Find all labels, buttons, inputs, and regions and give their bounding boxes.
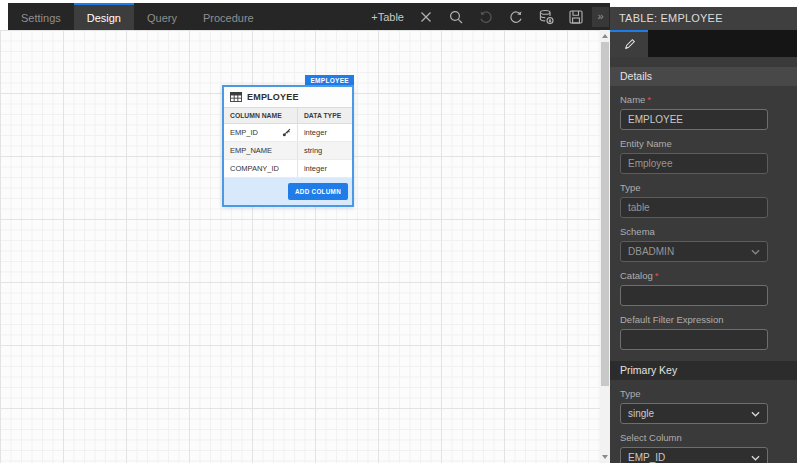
data-type-header: DATA TYPE <box>297 108 352 123</box>
database-export-icon[interactable] <box>538 9 554 25</box>
tab-procedure[interactable]: Procedure <box>190 3 267 30</box>
name-input[interactable] <box>620 109 768 130</box>
field-pk-type: Type single <box>620 388 797 424</box>
tab-settings[interactable]: Settings <box>8 3 74 30</box>
schema-select[interactable]: DBADMIN <box>620 241 768 262</box>
column-name: COMPANY_ID <box>230 164 279 173</box>
table-row[interactable]: EMP_NAME string <box>224 142 352 160</box>
entity-name-input[interactable] <box>620 153 768 174</box>
entity-header[interactable]: EMPLOYEE <box>224 87 352 107</box>
chevron-down-icon <box>751 411 760 417</box>
tab-query[interactable]: Query <box>134 3 190 30</box>
column-type: string <box>297 142 352 159</box>
column-type: integer <box>297 124 352 141</box>
table-row[interactable]: COMPANY_ID integer <box>224 160 352 178</box>
redo-icon[interactable] <box>508 9 524 25</box>
scroll-down-icon[interactable] <box>602 455 608 459</box>
close-icon[interactable] <box>418 9 434 25</box>
scrollbar-thumb[interactable] <box>601 42 609 386</box>
pk-column-label: Select Column <box>620 432 797 443</box>
save-icon[interactable] <box>568 9 584 25</box>
entity-title: EMPLOYEE <box>247 92 299 102</box>
panel-title: TABLE: EMPLOYEE <box>610 7 797 30</box>
add-table-button[interactable]: +Table <box>371 11 404 23</box>
search-icon[interactable] <box>448 9 464 25</box>
collapse-panel-icon[interactable]: » <box>592 7 609 27</box>
scroll-up-icon[interactable] <box>602 34 608 38</box>
edit-pencil-icon <box>623 38 636 51</box>
field-default-filter: Default Filter Expression <box>620 314 797 350</box>
chevron-down-icon <box>751 455 760 461</box>
column-name: EMP_ID <box>230 128 258 137</box>
section-details: Details <box>610 67 797 86</box>
entity-name-label: Entity Name <box>620 138 797 149</box>
entity-badge: EMPLOYEE <box>305 75 354 85</box>
default-filter-label: Default Filter Expression <box>620 314 797 325</box>
top-toolbar: Settings Design Query Procedure +Table <box>8 3 610 30</box>
pk-type-label: Type <box>620 388 797 399</box>
field-pk-column: Select Column EMP_ID <box>620 432 797 463</box>
catalog-input[interactable] <box>620 285 768 306</box>
table-grid-icon <box>230 92 242 102</box>
vertical-scrollbar <box>600 30 610 463</box>
design-canvas[interactable]: EMPLOYEE EMPLOYEE COLUMN NAME DATA TYPE <box>0 30 600 463</box>
entity-footer: ADD COLUMN <box>224 178 352 205</box>
required-marker: * <box>655 270 659 281</box>
pk-column-select[interactable]: EMP_ID <box>620 447 768 463</box>
column-name-header: COLUMN NAME <box>224 108 297 123</box>
properties-panel: Details Name* Entity Name Type Schema DB… <box>610 30 797 463</box>
type-input[interactable] <box>620 197 768 218</box>
section-primary-key: Primary Key <box>610 361 797 380</box>
key-icon <box>282 128 291 137</box>
pk-type-value: single <box>628 408 654 419</box>
field-schema: Schema DBADMIN <box>620 226 797 262</box>
default-filter-input[interactable] <box>620 329 768 350</box>
panel-tabstrip <box>610 30 797 57</box>
add-column-button[interactable]: ADD COLUMN <box>288 183 348 200</box>
entity-card: EMPLOYEE COLUMN NAME DATA TYPE EMP_ID in <box>222 85 354 207</box>
name-label: Name <box>620 94 645 105</box>
toolbar-actions: +Table <box>371 3 610 30</box>
entity-table-employee[interactable]: EMPLOYEE EMPLOYEE COLUMN NAME DATA TYPE <box>222 75 354 207</box>
chevron-down-icon <box>751 249 760 255</box>
column-name: EMP_NAME <box>230 146 272 155</box>
column-type: integer <box>297 160 352 177</box>
field-type: Type <box>620 182 797 218</box>
tab-design[interactable]: Design <box>74 3 134 30</box>
undo-icon[interactable] <box>478 9 494 25</box>
entity-column-headers: COLUMN NAME DATA TYPE <box>224 107 352 124</box>
type-label: Type <box>620 182 797 193</box>
pk-column-value: EMP_ID <box>628 452 665 463</box>
catalog-label: Catalog <box>620 270 653 281</box>
field-entity-name: Entity Name <box>620 138 797 174</box>
field-name: Name* <box>620 94 797 130</box>
schema-value: DBADMIN <box>628 246 674 257</box>
table-row[interactable]: EMP_ID integer <box>224 124 352 142</box>
required-marker: * <box>647 94 651 105</box>
field-catalog: Catalog* <box>620 270 797 306</box>
schema-label: Schema <box>620 226 797 237</box>
pk-type-select[interactable]: single <box>620 403 768 424</box>
tab-edit[interactable] <box>610 30 648 57</box>
